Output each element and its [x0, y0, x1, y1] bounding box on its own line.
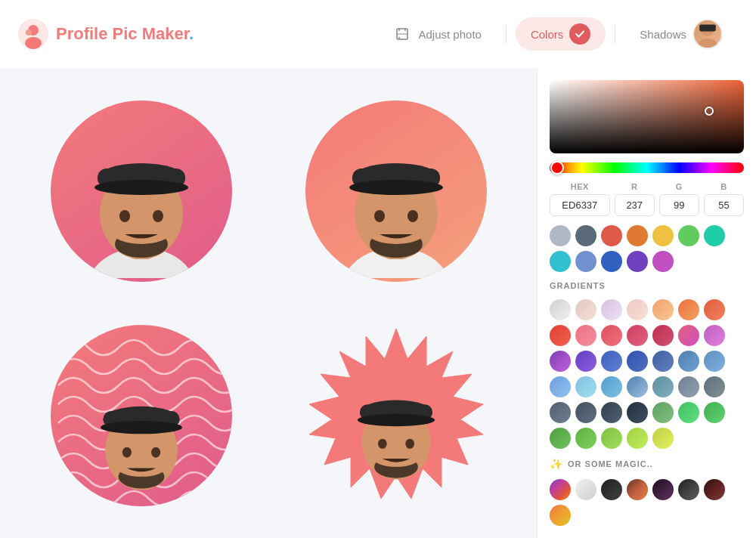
gradient-swatch[interactable]	[550, 376, 571, 397]
magic-swatch[interactable]	[678, 479, 699, 500]
gradient-swatch[interactable]	[601, 428, 622, 449]
preview-item-4[interactable]	[276, 311, 516, 520]
gradient-swatch[interactable]	[678, 402, 699, 423]
gradient-swatch[interactable]	[575, 428, 596, 449]
divider	[506, 25, 507, 43]
gradient-swatch[interactable]	[652, 376, 674, 397]
gradient-swatch[interactable]	[550, 325, 571, 346]
gradient-swatch[interactable]	[704, 402, 725, 423]
profile-preview-zigzag	[305, 325, 487, 506]
svg-point-44	[116, 456, 166, 476]
gradient-swatch[interactable]	[652, 428, 674, 449]
preview-item-3[interactable]	[21, 311, 261, 520]
gradient-swatch[interactable]	[627, 376, 648, 397]
preset-swatch[interactable]	[601, 251, 622, 272]
svg-point-51	[405, 438, 414, 448]
gradient-swatch[interactable]	[652, 299, 674, 320]
gradient-swatch[interactable]	[601, 376, 622, 397]
magic-swatch[interactable]	[601, 479, 622, 500]
gradient-swatch[interactable]	[652, 325, 674, 346]
gradient-swatch[interactable]	[550, 351, 571, 372]
colors-tab-label: Colors	[531, 28, 563, 41]
preset-swatch[interactable]	[550, 251, 571, 272]
preview-item-2[interactable]	[276, 86, 516, 295]
gradient-swatch[interactable]	[678, 325, 699, 346]
svg-point-17	[94, 180, 188, 195]
gradient-swatch[interactable]	[550, 299, 571, 320]
gradient-swatch[interactable]	[652, 402, 674, 423]
b-label: B	[704, 182, 744, 191]
preview-item-1[interactable]	[21, 86, 261, 295]
gradient-swatch[interactable]	[678, 351, 699, 372]
adjust-tab-icon	[392, 23, 413, 45]
tab-shadows[interactable]: Shadows	[624, 13, 738, 55]
svg-point-29	[374, 210, 385, 222]
gradient-swatch[interactable]	[652, 351, 674, 372]
face-svg-2	[321, 104, 472, 278]
gradient-swatch[interactable]	[627, 299, 648, 320]
magic-swatch[interactable]	[550, 479, 571, 500]
r-input-group: R	[615, 182, 655, 216]
gradient-swatch[interactable]	[627, 325, 648, 346]
face-svg-4	[332, 351, 460, 495]
gradient-swatch[interactable]	[550, 428, 571, 449]
gradient-swatch[interactable]	[627, 428, 648, 449]
preset-swatch[interactable]	[678, 225, 699, 246]
r-input[interactable]	[615, 194, 655, 216]
logo-area: Profile Pic Maker.	[18, 19, 194, 49]
preset-swatch[interactable]	[575, 225, 596, 246]
color-gradient-picker[interactable]	[550, 80, 744, 153]
gradient-swatch[interactable]	[601, 351, 622, 372]
gradient-swatch[interactable]	[575, 299, 596, 320]
preset-swatch[interactable]	[704, 225, 725, 246]
svg-point-39	[101, 420, 182, 433]
shadows-tab-label: Shadows	[640, 28, 686, 41]
preset-swatch[interactable]	[575, 251, 596, 272]
preset-swatch[interactable]	[652, 225, 674, 246]
hue-track[interactable]	[550, 162, 744, 173]
gradient-swatch[interactable]	[601, 325, 622, 346]
gradient-swatch[interactable]	[575, 351, 596, 372]
svg-point-49	[357, 413, 434, 426]
gradient-swatch[interactable]	[678, 299, 699, 320]
hex-label: HEX	[550, 182, 610, 191]
user-avatar[interactable]	[692, 19, 723, 49]
preset-swatch[interactable]	[550, 225, 571, 246]
preset-swatch[interactable]	[652, 251, 674, 272]
preset-swatch[interactable]	[601, 225, 622, 246]
face-svg-1	[66, 104, 217, 278]
tab-adjust-photo[interactable]: Adjust photo	[376, 17, 497, 51]
magic-swatch[interactable]	[575, 479, 596, 500]
b-input[interactable]	[704, 194, 744, 216]
hex-input[interactable]	[550, 194, 610, 216]
gradient-swatch[interactable]	[627, 402, 648, 423]
magic-swatch[interactable]	[550, 505, 571, 526]
gradient-swatch[interactable]	[704, 299, 725, 320]
svg-point-30	[407, 210, 418, 222]
magic-swatch[interactable]	[627, 479, 648, 500]
magic-swatch[interactable]	[704, 479, 725, 500]
tab-colors[interactable]: Colors	[516, 17, 606, 51]
gradient-swatch[interactable]	[550, 402, 571, 423]
gradient-swatch[interactable]	[627, 351, 648, 372]
profile-preview-solid	[51, 100, 232, 282]
svg-point-28	[349, 180, 443, 195]
nav-tabs: Adjust photo Colors Shadows	[376, 13, 738, 55]
preset-swatch[interactable]	[627, 251, 648, 272]
gradient-swatch[interactable]	[575, 325, 596, 346]
preset-swatch[interactable]	[627, 225, 648, 246]
gradient-swatch[interactable]	[678, 376, 699, 397]
gradients-section-label: GRADIENTS	[550, 281, 744, 290]
svg-point-40	[122, 447, 131, 457]
g-input[interactable]	[659, 194, 699, 216]
gradient-swatch[interactable]	[601, 402, 622, 423]
gradient-swatch[interactable]	[704, 325, 725, 346]
magic-swatch[interactable]	[652, 479, 674, 500]
gradient-swatch[interactable]	[704, 351, 725, 372]
gradient-swatch[interactable]	[704, 376, 725, 397]
gradient-swatch[interactable]	[575, 402, 596, 423]
hex-input-group: HEX	[550, 182, 610, 216]
gradient-swatch[interactable]	[601, 299, 622, 320]
crop-icon	[395, 27, 409, 41]
gradient-swatch[interactable]	[575, 376, 596, 397]
